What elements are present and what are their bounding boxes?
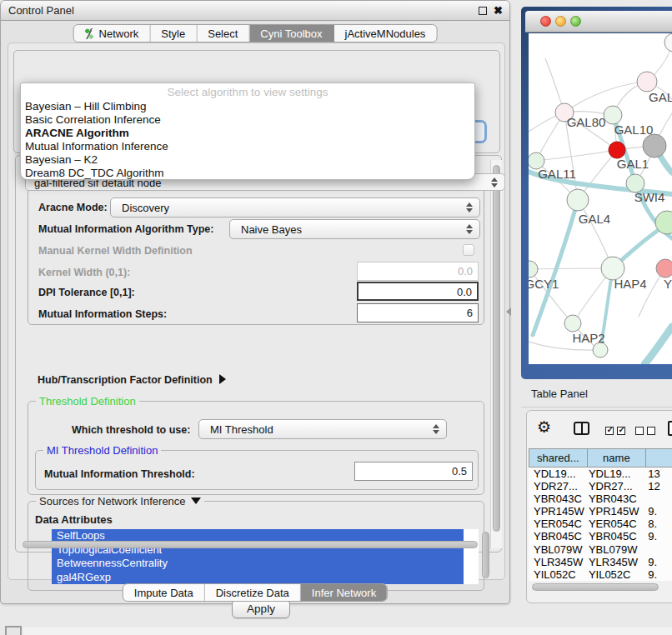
tab-discretize-data[interactable]: Discretize Data	[205, 584, 301, 601]
float-icon[interactable]	[479, 7, 487, 15]
unchecked-column-icon[interactable]	[635, 427, 644, 435]
table-row[interactable]: YDL19...YDL19...13	[529, 468, 672, 480]
algorithm-dropdown[interactable]: Select algorithm to view settings Bayesi…	[20, 82, 475, 180]
document-icon[interactable]	[668, 421, 672, 436]
table-row[interactable]: YPR145WYPR145W9.	[529, 505, 672, 518]
tab-network[interactable]: Network	[74, 25, 151, 42]
mi-threshold-field[interactable]: 0.5	[354, 462, 473, 481]
network-node[interactable]	[593, 342, 608, 358]
which-threshold-label: Which threshold to use:	[72, 424, 190, 436]
network-node[interactable]	[637, 72, 657, 92]
tab-jactivemnodules[interactable]: jActiveMNodules	[334, 25, 437, 42]
algorithm-option[interactable]: Dream8 DC_TDC Algorithm	[21, 167, 474, 180]
sources-title-wrap[interactable]: Sources for Network Inference	[36, 495, 204, 508]
hub-section-expander[interactable]: Hub/Transcription Factor Definition	[38, 374, 226, 386]
data-attributes-label: Data Attributes	[35, 513, 113, 526]
column-header[interactable]	[645, 448, 672, 468]
which-threshold-combo[interactable]: MI Threshold	[198, 419, 447, 439]
split-columns-icon[interactable]	[574, 422, 589, 435]
gear-icon[interactable]: ⚙	[537, 419, 551, 435]
tab-infer-network[interactable]: Infer Network	[301, 584, 387, 601]
table-row[interactable]: YLR345WYLR345W9.	[529, 556, 672, 568]
table-row[interactable]: YDR27...YDR27...12	[529, 480, 672, 492]
settings-v-scrollbar[interactable]	[490, 160, 502, 548]
kernel-width-label: Kernel Width (0,1):	[38, 267, 130, 278]
table-row[interactable]: YIL052CYIL052C9.	[529, 568, 672, 581]
mi-steps-field[interactable]: 6	[357, 303, 479, 322]
aracne-mode-label: Aracne Mode:	[38, 202, 108, 213]
algorithm-option[interactable]: ARACNE Algorithm	[21, 127, 474, 140]
network-node[interactable]	[604, 106, 622, 124]
control-panel-titlebar: Control Panel ✖	[1, 1, 509, 21]
network-node[interactable]	[567, 189, 589, 211]
algorithm-option[interactable]: Basic Correlation Inference	[21, 113, 474, 127]
spinner-icon	[466, 224, 473, 234]
table-body: YDL19...YDL19...13YDR27...YDR27...12YBR0…	[529, 468, 672, 581]
table-cell: YBL079W	[587, 543, 645, 556]
which-threshold-value: MI Threshold	[210, 423, 273, 436]
network-tab-icon	[85, 28, 94, 39]
window-close-icon[interactable]	[540, 16, 551, 27]
table-row[interactable]: YER054CYER054C8.	[529, 518, 672, 530]
algorithm-option[interactable]: Mutual Information Inference	[21, 140, 474, 153]
algorithm-option[interactable]: Bayesian – Hill Climbing	[21, 100, 474, 113]
window-minimize-icon[interactable]	[555, 16, 566, 27]
settings-v-scrollbar-thumb[interactable]	[493, 165, 500, 532]
algorithm-definition-group: Algorithm Definition Aracne Mode: Discov…	[28, 176, 484, 325]
panel-tab-bar: NetworkStyleSelectCyni ToolboxjActiveMNo…	[73, 24, 438, 42]
settings-h-scrollbar-thumb[interactable]	[23, 541, 478, 548]
mi-type-combo[interactable]: Naive Bayes	[229, 219, 480, 239]
attributes-scrollbar-thumb[interactable]	[482, 532, 489, 578]
column-header[interactable]: shared...	[529, 448, 587, 468]
split-pane-collapse-arrow[interactable]	[506, 308, 511, 316]
node-label: GAL10	[614, 122, 654, 137]
attribute-item[interactable]: gal4RGexp	[52, 571, 464, 585]
apply-button[interactable]: Apply	[232, 599, 290, 618]
minimized-panel-icon[interactable]	[5, 626, 22, 635]
kernel-width-field[interactable]: 0.0	[357, 262, 479, 281]
table-cell: YIL052C	[529, 568, 587, 581]
table-cell	[645, 492, 672, 505]
dpi-tolerance-field[interactable]: 0.0	[357, 282, 479, 301]
tab-style[interactable]: Style	[150, 25, 197, 42]
algorithm-option[interactable]: Bayesian – K2	[21, 153, 474, 167]
spinner-icon	[491, 178, 498, 188]
network-node[interactable]	[656, 259, 672, 278]
network-canvas[interactable]: GALGAL80GAL10GAL1GAL11SWI4GAL4GCY1HAP4YH…	[529, 33, 672, 364]
attribute-item[interactable]: BetweennessCentrality	[52, 557, 464, 571]
table-h-scrollbar-thumb[interactable]	[532, 583, 659, 591]
close-icon[interactable]: ✖	[494, 5, 503, 16]
table-row[interactable]: YBR045CYBR045C9.	[529, 530, 672, 542]
tab-select[interactable]: Select	[197, 25, 249, 42]
network-node[interactable]	[664, 33, 672, 52]
spinner-icon	[433, 424, 439, 434]
tab-impute-data[interactable]: Impute Data	[123, 584, 205, 601]
mi-type-value: Naive Bayes	[241, 223, 302, 236]
cyni-settings-group: Cyni Algorithm Settings Algorithm Defini…	[15, 155, 502, 552]
aracne-mode-combo[interactable]: Discovery	[110, 198, 480, 218]
window-zoom-icon[interactable]	[570, 16, 581, 27]
column-header[interactable]: name	[587, 448, 646, 468]
dpi-tolerance-label: DPI Tolerance [0,1]:	[38, 287, 135, 298]
table-row[interactable]: YBR043CYBR043C	[529, 492, 672, 505]
checked-column-icon[interactable]	[617, 427, 625, 435]
manual-kernel-checkbox[interactable]	[463, 244, 474, 256]
table-cell: YER054C	[587, 518, 645, 530]
mi-threshold-label: Mutual Information Threshold:	[44, 468, 195, 480]
mi-threshold-group: MI Threshold Definition Mutual Informati…	[35, 450, 479, 490]
network-node[interactable]	[609, 142, 625, 158]
network-node[interactable]	[643, 134, 666, 158]
manual-kernel-label: Manual Kernel Width Definition	[38, 245, 193, 257]
unchecked-column-icon[interactable]	[647, 427, 655, 435]
table-cell: 12	[645, 480, 672, 492]
network-node[interactable]	[529, 261, 538, 278]
network-node[interactable]	[564, 315, 581, 332]
tab-label: Select	[208, 28, 238, 40]
table-cell: YDL19...	[529, 468, 587, 480]
checked-column-icon[interactable]	[605, 427, 614, 435]
table-row[interactable]: YBL079WYBL079W	[529, 543, 672, 556]
tab-cyni-toolbox[interactable]: Cyni Toolbox	[249, 25, 333, 42]
table-cell: YBR045C	[529, 530, 587, 542]
table-cell: YDL19...	[587, 468, 645, 480]
control-panel-window: Control Panel ✖ NetworkStyleSelectCyni T…	[0, 0, 510, 604]
